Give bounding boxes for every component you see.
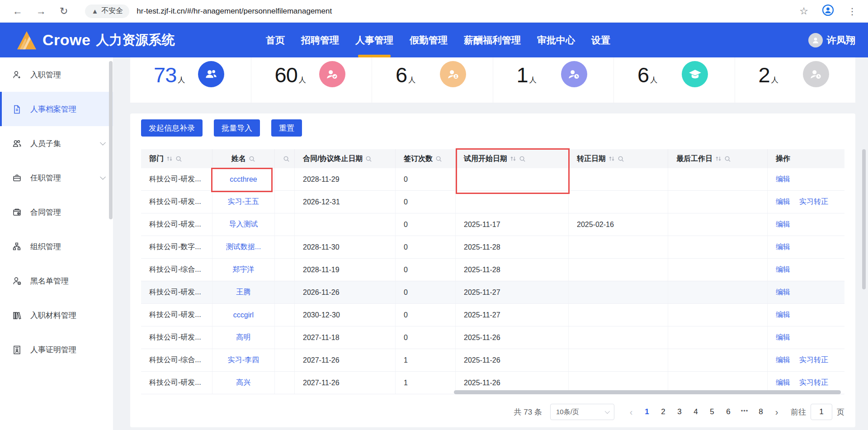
table-horizontal-scrollbar[interactable] [454, 390, 841, 394]
prev-page-button[interactable]: ‹ [623, 407, 639, 417]
search-icon[interactable] [724, 156, 731, 162]
sort-icon[interactable] [166, 156, 173, 162]
sidebar-item-4[interactable]: 任职管理 [0, 161, 113, 195]
browser-forward-icon[interactable]: → [36, 5, 46, 17]
search-icon[interactable] [283, 156, 290, 162]
search-icon[interactable] [249, 156, 255, 162]
page-number-3[interactable]: 3 [671, 407, 688, 416]
address-bar[interactable]: hr-test.zjf-it.cn/#/hr-anagement/personn… [137, 7, 332, 16]
search-icon[interactable] [175, 156, 182, 162]
bookmark-star-icon[interactable]: ☆ [799, 5, 808, 17]
brand-name: Crowe [42, 31, 90, 49]
employee-name-link[interactable]: 郑宇洋 [233, 265, 255, 274]
browser-reload-icon[interactable]: ↻ [60, 5, 68, 17]
intern-regularize-link[interactable]: 实习转正 [799, 197, 828, 207]
sidebar-item-5[interactable]: 合同管理 [0, 195, 113, 229]
reset-button[interactable]: 重置 [271, 119, 302, 137]
table-row: 科技公司-研发...cccthree2028-11-290编辑 [141, 168, 844, 191]
sidebar-item-label: 组织管理 [30, 241, 61, 252]
batch-import-button[interactable]: 批量导入 [214, 119, 260, 137]
sidebar-item-8[interactable]: 入职材料管理 [0, 298, 113, 332]
person-id-icon [440, 61, 466, 87]
nav-item-2[interactable]: 招聘管理 [301, 23, 339, 57]
cell-value: 2027-11-26 [303, 356, 340, 364]
employee-name-link[interactable]: 导入测试 [229, 220, 258, 229]
nav-item-6[interactable]: 审批中心 [537, 23, 575, 57]
more-pages-icon[interactable]: ••• [736, 407, 753, 416]
edit-link[interactable]: 编辑 [776, 310, 790, 320]
nav-item-3[interactable]: 人事管理 [355, 23, 393, 57]
sidebar-item-6[interactable]: 组织管理 [0, 229, 113, 264]
sidebar-item-1[interactable]: 入职管理 [0, 57, 113, 92]
next-page-button[interactable]: › [769, 407, 784, 417]
edit-link[interactable]: 编辑 [776, 220, 790, 229]
column-header-name: 姓名 [212, 149, 275, 168]
page-number-8[interactable]: 8 [753, 407, 769, 416]
sidebar-item-2[interactable]: 人事档案管理 [0, 92, 113, 126]
employee-name-link[interactable]: 测试数据... [226, 242, 261, 252]
sidebar-item-3[interactable]: 人员子集 [0, 126, 113, 161]
sort-icon[interactable] [510, 156, 516, 162]
edit-link[interactable]: 编辑 [776, 242, 790, 252]
intern-regularize-link[interactable]: 实习转正 [799, 355, 828, 365]
browser-back-icon[interactable]: ← [13, 5, 23, 17]
page-number-2[interactable]: 2 [655, 407, 671, 416]
edit-link[interactable]: 编辑 [776, 175, 790, 184]
sidebar-item-9[interactable]: 人事证明管理 [0, 332, 113, 367]
page-size-select[interactable]: 10条/页 [550, 404, 614, 420]
edit-link[interactable]: 编辑 [776, 333, 790, 342]
employee-name-link[interactable]: 王腾 [236, 288, 251, 297]
stat-card-2: 60人 [251, 57, 373, 103]
browser-profile-icon[interactable] [822, 4, 834, 18]
nav-item-4[interactable]: 假勤管理 [410, 23, 448, 57]
employee-name-link[interactable]: cccthree [230, 175, 257, 184]
nav-item-7[interactable]: 设置 [591, 23, 610, 57]
user-menu[interactable]: 许凤翔 [808, 23, 855, 57]
sort-icon[interactable] [715, 156, 722, 162]
personnel-table: 部门姓名合同/协议终止日期签订次数试用开始日期转正日期最后工作日操作 科技公司-… [141, 149, 844, 394]
sidebar-item-label: 入职管理 [30, 70, 61, 80]
search-icon[interactable] [365, 156, 372, 162]
sidebar-item-7[interactable]: 黑名单管理 [0, 264, 113, 298]
cell-dept: 科技公司-研发... [141, 281, 212, 303]
search-icon[interactable] [435, 156, 442, 162]
person-block-icon [12, 276, 22, 286]
employee-name-link[interactable]: cccgirl [233, 311, 254, 319]
goto-page-input[interactable] [811, 404, 832, 420]
search-icon[interactable] [618, 156, 624, 162]
cell-name: 郑宇洋 [212, 259, 275, 281]
edit-link[interactable]: 编辑 [776, 355, 790, 365]
person-clock-icon [561, 61, 587, 87]
sort-icon[interactable] [609, 156, 615, 162]
cell-regular_date [569, 168, 668, 190]
window-scrollbar[interactable] [862, 149, 866, 289]
initiate-info-supplement-button[interactable]: 发起信息补录 [141, 119, 203, 137]
security-chip[interactable]: ▲ 不安全 [85, 5, 129, 18]
app-header: Crowe 人力资源系统 首页招聘管理人事管理假勤管理薪酬福利管理审批中心设置 … [0, 23, 868, 57]
nav-item-1[interactable]: 首页 [266, 23, 285, 57]
page-number-5[interactable]: 5 [704, 407, 720, 416]
page-number-6[interactable]: 6 [720, 407, 736, 416]
search-icon[interactable] [519, 156, 526, 162]
page-number-1[interactable]: 1 [639, 407, 655, 416]
employee-name-link[interactable]: 高兴 [236, 378, 251, 387]
edit-link[interactable]: 编辑 [776, 288, 790, 297]
edit-link[interactable]: 编辑 [776, 378, 790, 387]
stat-card-6: 2人 [735, 57, 856, 103]
cell-probation_start [456, 191, 569, 213]
page-number-4[interactable]: 4 [688, 407, 704, 416]
browser-menu-icon[interactable]: ⋮ [848, 6, 857, 17]
cell-sign_count: 1 [396, 372, 456, 394]
edit-link[interactable]: 编辑 [776, 265, 790, 274]
nav-item-5[interactable]: 薪酬福利管理 [464, 23, 521, 57]
cell-value: 0 [404, 243, 408, 251]
employee-name-link[interactable]: 实习-王五 [228, 197, 259, 207]
edit-link[interactable]: 编辑 [776, 197, 790, 207]
cell-name: cccgirl [212, 304, 275, 326]
cell-actions: 编辑 [768, 326, 844, 349]
employee-name-link[interactable]: 高明 [236, 333, 251, 342]
sidebar-item-label: 合同管理 [30, 207, 61, 217]
intern-regularize-link[interactable]: 实习转正 [799, 378, 828, 387]
sidebar-scrollbar[interactable] [109, 61, 113, 219]
employee-name-link[interactable]: 实习-李四 [228, 355, 259, 365]
